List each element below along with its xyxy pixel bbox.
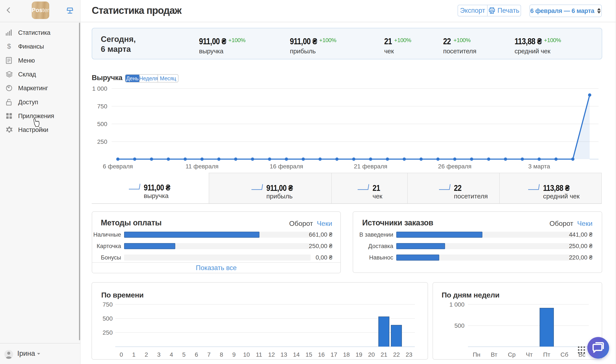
svg-text:6 февраля: 6 февраля [103,163,133,170]
svg-text:21: 21 [381,351,387,358]
svg-text:17: 17 [331,351,337,358]
svg-text:18: 18 [343,351,350,358]
svg-text:Пн: Пн [473,351,480,358]
svg-text:23: 23 [406,351,412,358]
svg-text:9: 9 [232,351,236,358]
svg-text:7: 7 [207,351,211,358]
svg-text:750: 750 [103,301,113,308]
svg-text:21 февраля: 21 февраля [354,163,387,170]
svg-text:750: 750 [97,103,107,110]
svg-text:6: 6 [195,351,198,358]
svg-text:16 февраля: 16 февраля [270,163,303,170]
svg-text:13: 13 [280,351,287,358]
svg-text:11 февраля: 11 февраля [186,163,219,170]
svg-text:20: 20 [368,351,375,358]
svg-text:10: 10 [243,351,250,358]
svg-text:500: 500 [97,121,107,127]
svg-text:4: 4 [170,351,173,358]
svg-text:26 февраля: 26 февраля [438,163,471,170]
svg-text:1 000: 1 000 [449,301,464,308]
svg-text:250: 250 [97,138,107,145]
svg-text:Сб: Сб [561,351,568,358]
svg-text:500: 500 [454,322,464,329]
svg-text:$: $ [7,43,11,50]
svg-text:3 марта: 3 марта [528,163,550,170]
svg-text:12: 12 [268,351,275,358]
svg-text:3: 3 [157,351,161,358]
svg-text:19: 19 [356,351,362,358]
svg-text:22: 22 [393,351,400,358]
svg-text:Пт: Пт [543,351,550,358]
svg-text:11: 11 [256,351,262,358]
svg-text:16: 16 [318,351,325,358]
svg-text:Ср: Ср [508,351,516,358]
svg-text:250: 250 [103,329,113,336]
svg-text:5: 5 [182,351,186,358]
svg-text:8: 8 [220,351,223,358]
svg-text:1 000: 1 000 [92,85,107,92]
svg-text:1: 1 [132,351,136,358]
svg-text:15: 15 [305,351,312,358]
svg-text:Чт: Чт [526,351,533,358]
svg-text:500: 500 [103,315,113,322]
svg-text:2: 2 [145,351,148,358]
svg-text:14: 14 [293,351,300,358]
svg-text:0: 0 [120,351,123,358]
svg-text:Вт: Вт [491,351,498,358]
